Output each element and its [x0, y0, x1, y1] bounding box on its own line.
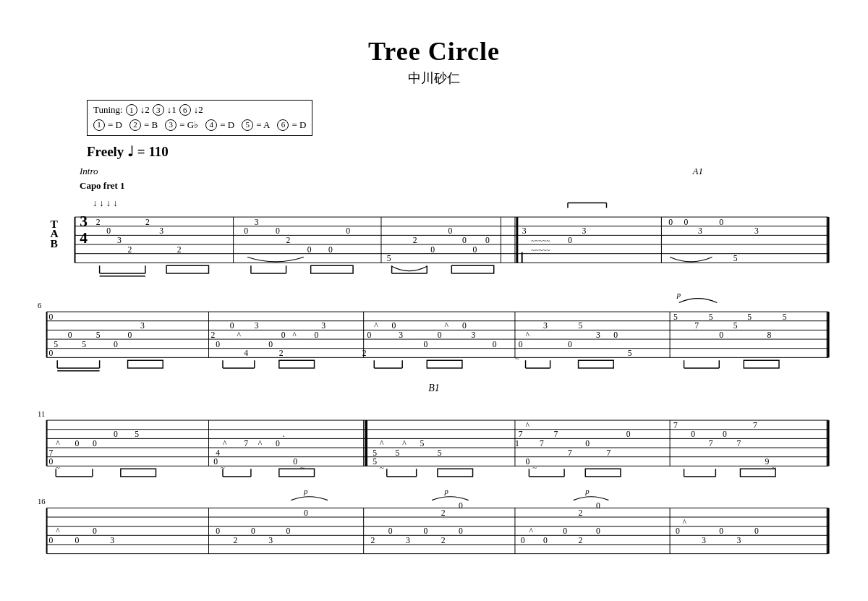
- svg-text:5: 5: [82, 340, 86, 349]
- svg-text:0: 0: [462, 322, 467, 331]
- svg-text:5: 5: [733, 322, 738, 331]
- svg-text:7: 7: [753, 420, 757, 430]
- svg-text:0: 0: [367, 331, 372, 340]
- svg-text:0: 0: [49, 312, 54, 322]
- svg-text:5: 5: [709, 312, 713, 322]
- tuning-box: Tuning: 1 ↓2 3 ↓1 6 ↓2 1 = D 2 = B 3 = G…: [87, 100, 312, 136]
- s3: 3: [165, 119, 176, 131]
- svg-text:3: 3: [702, 536, 706, 545]
- svg-text:0: 0: [216, 340, 220, 349]
- title-section: Tree Circle 中川砂仁: [29, 14, 839, 87]
- svg-text:p: p: [303, 490, 308, 495]
- svg-text:7: 7: [568, 448, 572, 457]
- svg-text:0: 0: [286, 527, 291, 537]
- svg-text:0: 0: [423, 527, 427, 537]
- svg-text:^: ^: [445, 322, 449, 331]
- tuning-line-1: Tuning: 1 ↓2 3 ↓1 6 ↓2: [93, 103, 306, 118]
- svg-text:0: 0: [459, 502, 463, 511]
- svg-rect-227: [438, 469, 473, 477]
- svg-text:2: 2: [286, 236, 291, 245]
- svg-text:0: 0: [448, 226, 452, 236]
- svg-text:^: ^: [56, 439, 60, 448]
- svg-text:3: 3: [159, 226, 163, 236]
- tuning-label: Tuning:: [93, 103, 123, 118]
- svg-text:3: 3: [754, 226, 759, 236]
- svg-text:0: 0: [328, 244, 333, 254]
- svg-text:7: 7: [709, 439, 713, 448]
- svg-rect-150: [579, 360, 614, 368]
- svg-text:3: 3: [737, 536, 741, 545]
- capo-label: Capo fret 1: [80, 179, 832, 192]
- svg-text:0: 0: [346, 226, 350, 236]
- svg-text:5: 5: [628, 349, 632, 359]
- intro-label: Intro: [80, 166, 98, 177]
- string-3-circle: 3: [153, 104, 164, 116]
- svg-text:^: ^: [292, 331, 297, 340]
- svg-text:p: p: [444, 490, 449, 495]
- svg-text:0: 0: [568, 236, 572, 245]
- svg-rect-146: [427, 360, 462, 368]
- svg-text:0: 0: [307, 244, 312, 254]
- svg-text:2: 2: [370, 536, 375, 545]
- svg-text:0: 0: [596, 527, 600, 537]
- svg-text:p: p: [676, 290, 681, 299]
- tempo-text: Freely ♩ = 110: [87, 143, 169, 160]
- svg-text:0: 0: [268, 340, 273, 349]
- svg-text:3: 3: [117, 236, 122, 245]
- svg-text:0: 0: [493, 340, 497, 349]
- svg-text:0: 0: [49, 457, 54, 466]
- svg-text:2: 2: [441, 508, 446, 518]
- svg-text:0: 0: [230, 322, 234, 331]
- svg-text:2: 2: [210, 331, 215, 340]
- svg-text:5: 5: [783, 312, 787, 322]
- svg-text:0: 0: [216, 527, 220, 537]
- svg-text:0: 0: [276, 439, 280, 448]
- svg-text:3: 3: [596, 331, 600, 340]
- svg-text:7: 7: [673, 420, 678, 430]
- svg-text:5: 5: [733, 254, 738, 263]
- svg-text:^: ^: [237, 331, 241, 340]
- svg-text:^: ^: [683, 518, 687, 527]
- svg-text:0: 0: [315, 331, 319, 340]
- svg-text:4: 4: [80, 229, 88, 247]
- svg-text:0: 0: [438, 331, 442, 340]
- svg-text:0: 0: [281, 331, 286, 340]
- svg-text:~: ~: [300, 463, 305, 472]
- svg-text:0: 0: [114, 340, 118, 349]
- svg-text:0: 0: [93, 439, 97, 448]
- svg-text:3: 3: [140, 322, 145, 331]
- svg-text:2: 2: [128, 244, 132, 254]
- svg-text:0: 0: [485, 236, 490, 245]
- tab-row-3: B1 11 7 ^ 0 0 0 5: [36, 383, 832, 487]
- svg-text:3: 3: [406, 536, 410, 545]
- svg-text:0: 0: [128, 331, 132, 340]
- svg-text:0: 0: [519, 340, 523, 349]
- svg-text:11: 11: [38, 409, 45, 418]
- svg-text:2: 2: [96, 217, 101, 226]
- tab-staff-row3: 11 7 ^ 0 0 0 5 0: [36, 396, 832, 487]
- svg-text:6: 6: [38, 301, 42, 310]
- svg-text:p: p: [584, 490, 590, 495]
- svg-text:3: 3: [80, 212, 88, 229]
- svg-text:^: ^: [526, 331, 530, 340]
- svg-text:~: ~: [56, 463, 60, 472]
- svg-rect-65: [311, 265, 353, 273]
- svg-text:0: 0: [462, 236, 467, 245]
- svg-text:7: 7: [606, 448, 610, 457]
- svg-text:5: 5: [135, 430, 139, 439]
- svg-text:2: 2: [413, 236, 417, 245]
- svg-text:7: 7: [244, 439, 248, 448]
- svg-text:0: 0: [568, 340, 572, 349]
- string-6-circle: 6: [179, 104, 191, 116]
- svg-text:0: 0: [585, 439, 590, 448]
- svg-text:~: ~: [380, 463, 384, 472]
- s4: 4: [205, 119, 217, 131]
- arrow-down-3: ↓1: [167, 103, 176, 118]
- svg-text:3: 3: [543, 322, 548, 331]
- svg-text:3: 3: [399, 331, 403, 340]
- svg-text:5: 5: [395, 448, 399, 457]
- tempo-section: Freely ♩ = 110: [87, 143, 839, 160]
- s1: 1: [93, 119, 105, 131]
- svg-text:16: 16: [38, 498, 46, 506]
- svg-text:0: 0: [668, 217, 673, 226]
